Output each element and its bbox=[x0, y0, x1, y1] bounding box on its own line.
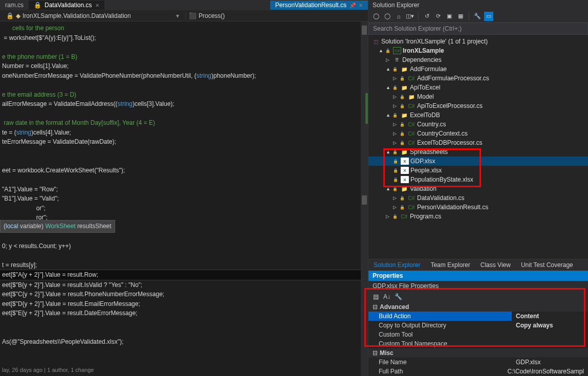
folder-validation[interactable]: ▲🔒📁Validation bbox=[368, 184, 588, 193]
prop-copy-output[interactable]: Copy to Output DirectoryCopy always bbox=[368, 321, 588, 330]
editor-tabs: ram.cs 🔒 DataValidation.cs ✕ PersonValid… bbox=[0, 0, 368, 10]
prop-category-misc[interactable]: ⊟Misc bbox=[368, 348, 588, 358]
codelens[interactable]: lay, 26 days ago | 1 author, 1 change bbox=[0, 365, 368, 375]
prop-custom-tool-ns[interactable]: Custom Tool Namespace bbox=[368, 339, 588, 348]
collapse-icon[interactable]: ▣ bbox=[445, 12, 454, 21]
solution-tree[interactable]: ◫Solution 'IronXLSample' (1 of 1 project… bbox=[368, 35, 588, 259]
file-exceltodbprocessor[interactable]: ▷🔒C#ExcelToDBProcessor.cs bbox=[368, 138, 588, 147]
tab-datavalidation-cs[interactable]: 🔒 DataValidation.cs ✕ bbox=[29, 1, 104, 10]
scrollbar[interactable] bbox=[361, 21, 368, 376]
folder-icon: 📁 bbox=[400, 185, 408, 192]
file-gdp-xlsx[interactable]: 🔒XGDP.xlsx bbox=[368, 157, 588, 166]
folder-spreadsheets[interactable]: ▲🔒📁Spreadsheets bbox=[368, 147, 588, 157]
categorized-icon[interactable]: ▤ bbox=[372, 293, 380, 301]
breadcrumb: 🔒 ◆ IronXLSample.Validation.DataValidati… bbox=[0, 10, 368, 21]
lock-icon: 🔒 bbox=[6, 12, 14, 19]
solution-node[interactable]: ◫Solution 'IronXLSample' (1 of 1 project… bbox=[368, 37, 588, 46]
tab-solution-explorer[interactable]: Solution Explorer bbox=[368, 259, 425, 271]
close-icon[interactable]: ✕ bbox=[95, 3, 99, 8]
project-icon: C# bbox=[393, 47, 401, 54]
excel-icon: X bbox=[401, 167, 409, 174]
search-input[interactable]: Search Solution Explorer (Ctrl+;) bbox=[368, 23, 588, 35]
prop-build-action[interactable]: Build ActionContent bbox=[368, 312, 588, 321]
properties-panel: Properties GDP.xlsx File Properties ▤ A↓… bbox=[368, 271, 588, 376]
prop-category-advanced[interactable]: ⊟Advanced bbox=[368, 302, 588, 312]
properties-title: Properties bbox=[368, 271, 588, 281]
cs-icon: C# bbox=[407, 121, 416, 128]
file-apitoexcelprocessor[interactable]: ▷🔒C#ApiToExcelProcessor.cs bbox=[368, 101, 588, 110]
folder-addformulae[interactable]: ▲🔒📁AddFormulae bbox=[368, 64, 588, 74]
solution-explorer-title: Solution Explorer bbox=[368, 0, 588, 10]
deps-icon: ⠿ bbox=[393, 56, 401, 63]
file-datavalidation[interactable]: ▷🔒C#DataValidation.cs bbox=[368, 193, 588, 203]
refresh-icon[interactable]: ⟳ bbox=[433, 12, 443, 21]
folder-model[interactable]: ▷🔒📁Model bbox=[368, 92, 588, 101]
showall-icon[interactable]: ▦ bbox=[456, 12, 465, 21]
preview-icon[interactable]: ▭ bbox=[484, 12, 493, 21]
cs-icon: C# bbox=[407, 102, 416, 109]
project-node[interactable]: ▲🔒C#IronXLSample bbox=[368, 46, 588, 55]
breadcrumb-method[interactable]: ⬛ Process() bbox=[185, 12, 365, 19]
cs-icon: C# bbox=[407, 75, 416, 82]
file-program[interactable]: ▷🔒C#Program.cs bbox=[368, 212, 588, 221]
method-icon: ⬛ bbox=[189, 12, 197, 19]
switch-view-icon[interactable]: ◫▾ bbox=[405, 12, 415, 21]
tab-class-view[interactable]: Class View bbox=[475, 259, 516, 271]
back-icon[interactable]: ◯ bbox=[372, 12, 381, 21]
cs-icon: C# bbox=[407, 139, 416, 146]
home-icon[interactable]: ⌂ bbox=[394, 12, 403, 21]
cs-icon: C# bbox=[407, 194, 416, 202]
solution-icon: ◫ bbox=[372, 38, 380, 45]
folder-icon: 📁 bbox=[407, 93, 416, 100]
folder-icon: 📁 bbox=[400, 112, 408, 119]
file-people-xlsx[interactable]: 🔒XPeople.xlsx bbox=[368, 166, 588, 175]
alpha-icon[interactable]: A↓ bbox=[383, 293, 391, 301]
panel-tabs: Solution Explorer Team Explorer Class Vi… bbox=[368, 259, 588, 271]
folder-icon: 📁 bbox=[400, 148, 408, 156]
tab-program-cs[interactable]: ram.cs bbox=[0, 1, 29, 10]
breadcrumb-namespace[interactable]: 🔒 ◆ IronXLSample.Validation.DataValidati… bbox=[3, 12, 182, 19]
explorer-toolbar: ◯ ◯ ⌂ ◫▾ ↺ ⟳ ▣ ▦ 🔧 ▭ bbox=[368, 10, 588, 23]
dependencies-node[interactable]: ▷⠿Dependencies bbox=[368, 55, 588, 64]
code-editor[interactable]: cells for the person = worksheet[$"A{y}:… bbox=[0, 21, 368, 376]
cs-icon: C# bbox=[400, 213, 408, 220]
excel-icon: X bbox=[401, 158, 409, 165]
prop-custom-tool[interactable]: Custom Tool bbox=[368, 330, 588, 339]
file-population-xlsx[interactable]: 🔒XPopulationByState.xlsx bbox=[368, 175, 588, 184]
cs-icon: C# bbox=[407, 204, 416, 211]
wrench-icon[interactable]: 🔧 bbox=[394, 293, 402, 301]
file-country[interactable]: ▷🔒C#Country.cs bbox=[368, 120, 588, 129]
intellisense-tooltip: (local variable) WorkSheet resultsSheet bbox=[0, 220, 115, 233]
sync-icon[interactable]: ↺ bbox=[422, 12, 431, 21]
prop-full-path[interactable]: Full PathC:\Code\IronSoftwareSampl bbox=[368, 367, 588, 376]
lock-icon: 🔒 bbox=[34, 2, 41, 9]
excel-icon: X bbox=[401, 176, 409, 183]
prop-file-name[interactable]: File NameGDP.xlsx bbox=[368, 358, 588, 367]
tab-unit-test[interactable]: Unit Test Coverage bbox=[516, 259, 578, 271]
file-countrycontext[interactable]: ▷🔒C#CountryContext.cs bbox=[368, 129, 588, 138]
close-icon[interactable]: ✕ bbox=[359, 3, 363, 8]
folder-icon: 📁 bbox=[400, 65, 408, 73]
file-personvalidation[interactable]: ▷🔒C#PersonValidationResult.cs bbox=[368, 203, 588, 212]
folder-exceltodb[interactable]: ▲🔒📁ExcelToDB bbox=[368, 110, 588, 120]
pin-icon[interactable]: 📌 bbox=[350, 3, 356, 8]
properties-subject: GDP.xlsx File Properties bbox=[368, 281, 588, 291]
cs-icon: C# bbox=[407, 130, 416, 137]
folder-icon: 📁 bbox=[400, 84, 408, 91]
tab-personvalidationresult-cs[interactable]: PersonValidationResult.cs 📌 ✕ bbox=[270, 1, 368, 10]
file-addformulaeprocessor[interactable]: ▷🔒C#AddFormulaeProcessor.cs bbox=[368, 74, 588, 83]
forward-icon[interactable]: ◯ bbox=[383, 12, 392, 21]
properties-icon[interactable]: 🔧 bbox=[473, 12, 482, 21]
tab-team-explorer[interactable]: Team Explorer bbox=[425, 259, 475, 271]
folder-apitoexcel[interactable]: ▲🔒📁ApiToExcel bbox=[368, 83, 588, 92]
